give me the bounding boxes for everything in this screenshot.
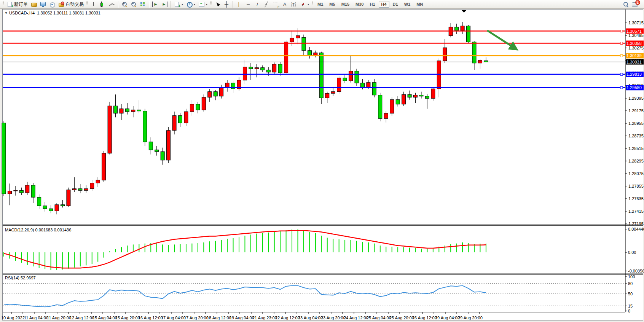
line-handle[interactable] [620, 86, 623, 89]
candle-body [402, 94, 406, 104]
candle-body [214, 92, 217, 96]
candle-body [243, 67, 247, 80]
time-axis-label: 11 Aug 04:00 [24, 316, 48, 320]
candle-body [355, 71, 359, 83]
candle-body [455, 27, 459, 30]
collapse-icon[interactable]: ▼ [5, 11, 8, 15]
price-tick-label: 1.28955 [628, 121, 644, 126]
macd-tick-label: 0.004446 [628, 227, 644, 231]
candle-body [208, 92, 212, 97]
candle-body [343, 78, 347, 81]
candle-body [108, 106, 112, 153]
price-tick-label: 1.29175 [628, 108, 644, 113]
time-axis-label: 12 Aug 12:00 [70, 316, 94, 320]
candle-body [202, 97, 206, 110]
time-axis-label: 15 Aug 04:00 [92, 316, 117, 320]
candle-body [143, 111, 147, 142]
candle-body [161, 151, 164, 160]
price-tick-label: 1.27855 [628, 184, 644, 188]
price-tag-label: 1.30358 [626, 41, 642, 46]
candle-body [179, 116, 182, 123]
price-tag-label: 1.29580 [626, 85, 642, 90]
time-axis-label: 19 Aug 04:00 [230, 316, 254, 320]
candle-body [184, 112, 188, 123]
candle-body [96, 180, 100, 183]
candle-body [331, 92, 335, 94]
price-tick-label: 1.28735 [628, 134, 644, 138]
rsi-line [4, 285, 486, 307]
candle-body [261, 68, 265, 70]
candle-body [431, 89, 435, 99]
candle-body [155, 150, 159, 152]
candle-body [419, 95, 423, 96]
candle-body [296, 36, 300, 38]
candle-body [31, 185, 35, 198]
candle-body [172, 116, 176, 131]
candle-body [349, 71, 353, 81]
candle-body [360, 83, 364, 87]
candle-body [26, 185, 29, 193]
line-handle[interactable] [620, 42, 623, 45]
candle-body [131, 110, 135, 112]
time-axis-label: 29 Aug 04:00 [435, 316, 460, 320]
candle-body [325, 93, 329, 98]
candle-body [78, 189, 82, 191]
price-tick-label: 1.29395 [628, 96, 644, 100]
time-axis-label: 21 Aug 23:00 [252, 316, 277, 320]
time-axis-label: 17 Aug 04:00 [161, 316, 186, 320]
candle-body [84, 189, 88, 191]
candle-body [2, 123, 6, 194]
candle-body [319, 53, 323, 98]
price-tag-label: 1.30031 [626, 60, 642, 64]
rsi-tick-label: 100 [628, 274, 635, 279]
candle-body [49, 209, 53, 211]
trend-arrow[interactable] [487, 30, 517, 49]
rsi-label: RSI(14) 52.9697 [5, 276, 36, 280]
line-handle[interactable] [620, 30, 623, 32]
candle-body [367, 83, 370, 87]
time-axis-label: 22 Aug 12:00 [275, 316, 300, 320]
price-tick-label: 1.27415 [628, 209, 644, 214]
candle-body [114, 106, 118, 113]
candle-body [61, 205, 65, 206]
price-tag-label: 1.30571 [626, 29, 642, 33]
candle-body [220, 87, 223, 96]
line-handle[interactable] [620, 54, 623, 57]
candle-body [266, 70, 270, 72]
candle-body [467, 26, 470, 42]
price-tick-label: 1.28075 [628, 171, 644, 176]
candle-body [167, 131, 171, 160]
candle-body [273, 64, 276, 72]
candle-body [249, 67, 253, 69]
chart-shift-marker[interactable] [461, 10, 467, 13]
rsi-tick-label: 50 [628, 292, 633, 296]
time-axis-label: 25 Aug 04:00 [367, 316, 391, 320]
candle-body [255, 68, 258, 69]
candle-body [102, 153, 106, 180]
line-handle[interactable] [620, 73, 623, 75]
chart-title: ▼USDCAD-,H4 1.30052 1.30111 1.30031 1.30… [5, 11, 100, 15]
macd-label: MACD(12,26,9) 0.001683 0.001436 [5, 228, 71, 232]
price-tag-label: 1.29813 [626, 72, 642, 77]
time-axis-label: 10 Aug 2022 [1, 316, 25, 320]
time-axis-label: 23 Aug 04:00 [298, 316, 323, 320]
price-tick-label: 1.27195 [628, 222, 644, 226]
candle-body [72, 189, 76, 190]
chart-quote-ohlc: 1.30052 1.30111 1.30031 1.30031 [37, 11, 100, 15]
time-axis-label: 16 Aug 12:00 [138, 316, 163, 320]
price-tick-label: 1.30275 [628, 46, 644, 50]
candle-body [284, 42, 288, 73]
candle-body [390, 100, 394, 113]
candle-body [43, 206, 47, 209]
candle-body [378, 95, 382, 119]
candle-body [290, 38, 294, 42]
candle-body [443, 48, 447, 61]
candle-body [225, 83, 229, 87]
chart-canvas[interactable]: 1.307151.304951.302751.300551.298351.296… [0, 0, 644, 322]
candle-body [37, 197, 41, 206]
rsi-tick-label: 15 [628, 304, 633, 308]
price-tick-label: 1.28295 [628, 159, 644, 163]
candle-body [461, 26, 464, 30]
time-axis-label: 18 Aug 12:00 [207, 316, 231, 320]
price-tick-label: 1.30495 [628, 33, 644, 38]
